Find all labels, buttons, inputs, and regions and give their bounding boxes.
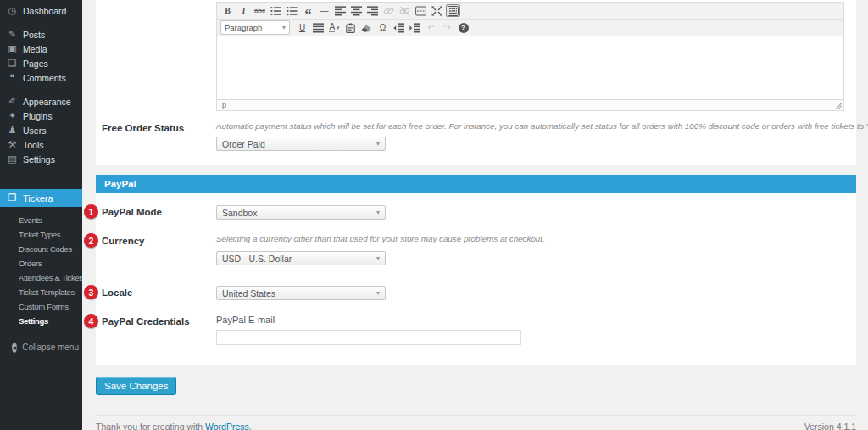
sidebar-item-tickera-current[interactable]: ❒Tickera	[0, 189, 82, 207]
wordpress-link[interactable]: WordPress	[205, 422, 249, 430]
editor-column: BIabc“— Paragraph ▾ UA▾Ω↶↷? p	[216, 2, 844, 111]
italic-icon: I	[242, 6, 246, 15]
sidebar-item-appearance[interactable]: ✐Appearance	[0, 94, 82, 109]
blockquote-button[interactable]: “	[301, 4, 315, 17]
insert-link-button[interactable]	[381, 4, 396, 17]
editor-content-area[interactable]	[217, 36, 843, 99]
sidebar-item-pages[interactable]: ❏Pages	[0, 56, 82, 70]
clear-formatting-button[interactable]	[359, 21, 374, 34]
sidebar-item-users[interactable]: ♟Users	[0, 123, 82, 137]
submenu-item-ticket-templates[interactable]: Ticket Templates	[0, 285, 82, 299]
sidebar-item-posts[interactable]: ✎Posts	[0, 27, 82, 42]
paypal-mode-field: Sandbox ▾	[216, 205, 856, 220]
underline-icon: U	[299, 23, 305, 32]
sidebar-item-label: Users	[23, 126, 46, 136]
paypal-email-input[interactable]	[216, 330, 521, 345]
dashboard-icon: ◷	[6, 5, 19, 16]
sidebar-item-tools[interactable]: ⚒Tools	[0, 137, 82, 152]
indent-button[interactable]	[408, 21, 422, 34]
paypal-mode-label: PayPal Mode	[102, 205, 216, 220]
locale-field: United States ▾	[216, 286, 856, 300]
sidebar-item-comments[interactable]: ❝Comments	[0, 70, 82, 85]
sidebar-menu-group: ✎Posts▣Media❏Pages❝Comments	[0, 27, 82, 85]
sidebar-item-plugins[interactable]: ✦Plugins	[0, 109, 82, 123]
numbered-list-button[interactable]	[285, 4, 299, 17]
underline-button[interactable]: U	[295, 21, 309, 34]
align-left-button[interactable]	[333, 4, 348, 17]
strikethrough-button[interactable]: abc	[253, 4, 267, 17]
paypal-mode-value: Sandbox	[222, 208, 257, 218]
paste-text-icon	[345, 23, 356, 33]
redo-button[interactable]: ↷	[440, 21, 454, 34]
redo-icon: ↷	[443, 23, 450, 32]
text-color-icon: A▾	[329, 23, 339, 32]
remove-link-button[interactable]	[398, 4, 412, 17]
paypal-section-header: PayPal	[96, 175, 856, 193]
free-order-status-row: Free Order Status Automatic payment stat…	[102, 121, 856, 151]
appearance-icon: ✐	[6, 96, 19, 107]
submenu-item-discount-codes[interactable]: Discount Codes	[0, 242, 82, 256]
sidebar-item-label: Appearance	[23, 97, 71, 107]
align-center-button[interactable]	[349, 4, 364, 17]
sidebar-item-label: Tools	[23, 140, 44, 150]
submenu-item-events[interactable]: Events	[0, 213, 82, 227]
paypal-credentials-label: PayPal Credentials	[102, 315, 216, 345]
align-left-icon	[335, 6, 346, 16]
editor-status-bar: p	[217, 99, 843, 110]
text-color-button[interactable]: A▾	[327, 21, 342, 34]
settings-page: BIabc“— Paragraph ▾ UA▾Ω↶↷? p	[96, 0, 856, 395]
toolbar-toggle-button[interactable]	[446, 4, 460, 17]
paypal-mode-select[interactable]: Sandbox ▾	[216, 205, 386, 220]
submenu-item-ticket-types[interactable]: Ticket Types	[0, 227, 82, 242]
paypal-credentials-row: 4 PayPal Credentials PayPal E-mail	[102, 315, 856, 345]
admin-footer: Thank you for creating with WordPress. V…	[96, 415, 856, 430]
rich-text-editor: BIabc“— Paragraph ▾ UA▾Ω↶↷? p	[216, 2, 844, 111]
dropdown-arrow-icon: ▾	[376, 209, 380, 216]
collapse-menu-button[interactable]: ◀Collapse menu	[0, 340, 82, 355]
tickera-submenu: EventsTicket TypesDiscount CodesOrdersAt…	[0, 207, 82, 335]
free-order-status-select[interactable]: Order Paid ▾	[216, 137, 386, 151]
editor-element-path: p	[222, 101, 226, 109]
sidebar-item-dashboard[interactable]: ◷Dashboard	[0, 3, 82, 18]
align-right-button[interactable]	[365, 4, 380, 17]
justify-icon	[313, 23, 324, 33]
bold-button[interactable]: B	[220, 4, 235, 17]
currency-description: Selecting a currency other than that use…	[216, 234, 856, 243]
link-icon	[383, 6, 394, 16]
submenu-item-attendees-tickets[interactable]: Attendees & Tickets	[0, 271, 82, 285]
fullscreen-button[interactable]	[430, 4, 444, 17]
indent-icon	[409, 23, 420, 33]
paste-as-text-button[interactable]	[343, 21, 358, 34]
save-changes-button[interactable]: Save Changes	[96, 377, 176, 395]
paragraph-format-select[interactable]: Paragraph ▾	[220, 20, 290, 35]
bulleted-list-button[interactable]	[269, 4, 283, 17]
special-character-button[interactable]: Ω	[376, 21, 390, 34]
annotation-marker-3: 3	[84, 285, 98, 299]
help-button[interactable]: ?	[456, 21, 470, 34]
horizontal-rule-button[interactable]: —	[317, 4, 331, 17]
submenu-item-settings[interactable]: Settings	[0, 314, 82, 328]
italic-button[interactable]: I	[236, 4, 251, 17]
currency-select[interactable]: USD - U.S. Dollar ▾	[216, 251, 386, 265]
footer-version: Version 4.1.1	[804, 422, 856, 430]
locale-select[interactable]: United States ▾	[216, 286, 386, 300]
label-column	[102, 2, 216, 111]
collapse-icon: ◀	[12, 343, 17, 353]
outdent-button[interactable]	[392, 21, 406, 34]
editor-resize-handle[interactable]	[835, 102, 842, 109]
sidebar-item-media[interactable]: ▣Media	[0, 42, 82, 56]
locale-label: Locale	[102, 286, 216, 300]
sidebar-item-label: Posts	[23, 30, 45, 40]
insert-more-tag-button[interactable]	[414, 4, 428, 17]
sidebar-item-label: Comments	[23, 73, 66, 83]
undo-button[interactable]: ↶	[424, 21, 438, 34]
plugins-icon: ✦	[6, 110, 19, 121]
submenu-item-custom-forms[interactable]: Custom Forms	[0, 299, 82, 314]
submenu-item-orders[interactable]: Orders	[0, 256, 82, 271]
tools-icon: ⚒	[6, 139, 19, 150]
sidebar-item-settings[interactable]: ▤Settings	[0, 152, 82, 166]
justify-button[interactable]	[311, 21, 326, 34]
locale-value: United States	[222, 288, 275, 299]
currency-row: 2 Currency Selecting a currency other th…	[102, 234, 856, 265]
special-char-icon: Ω	[380, 23, 386, 32]
